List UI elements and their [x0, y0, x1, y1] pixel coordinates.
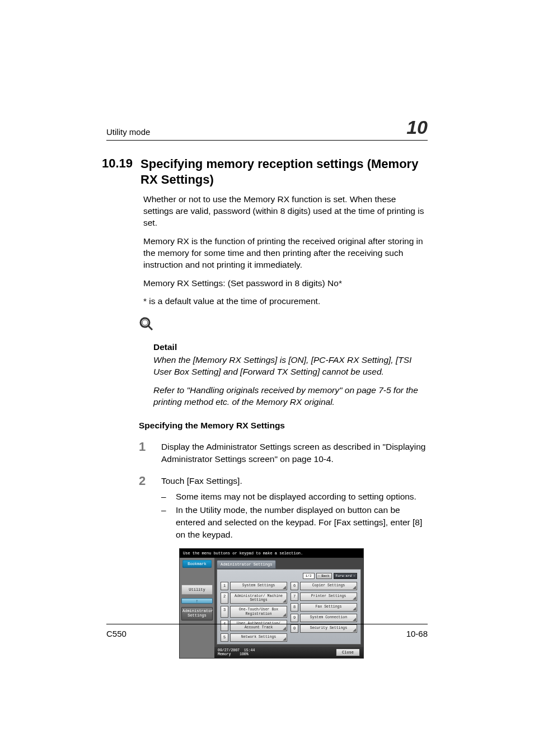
arrow-right-icon: →: [353, 574, 355, 578]
body-paragraph: * is a default value at the time of proc…: [143, 296, 428, 307]
close-button[interactable]: Close: [336, 648, 360, 656]
menu-copier-settings[interactable]: Copier Settings: [300, 582, 357, 590]
detail-text: When the [Memory RX Settings] is [ON], […: [153, 354, 428, 378]
menu-number: 3: [221, 606, 228, 617]
magnifier-icon: [139, 316, 428, 334]
forward-button[interactable]: Forw-ard→: [334, 573, 357, 579]
svg-line-2: [148, 326, 152, 330]
chevron-up-icon: ↑: [181, 598, 213, 604]
running-head: Utility mode: [106, 127, 150, 137]
menu-number: 7: [291, 592, 298, 601]
menu-fax-settings[interactable]: Fax Settings: [300, 603, 357, 612]
detail-text: Refer to "Handling originals received by…: [153, 385, 428, 408]
sidebar-item-utility[interactable]: Utility: [181, 585, 213, 595]
list-item: In the Utility mode, the number displaye…: [176, 504, 428, 540]
menu-number: 8: [291, 603, 298, 612]
list-dash: –: [161, 504, 167, 540]
footer-model: C550: [106, 629, 127, 638]
chapter-number: 10: [406, 118, 428, 137]
menu-number: 6: [291, 582, 298, 590]
breadcrumb-tab: Administrator Settings: [217, 560, 276, 569]
menu-number: 2: [221, 592, 228, 604]
menu-system-connection[interactable]: System Connection: [300, 614, 357, 622]
device-screenshot: Use the menu buttons or keypad to make a…: [179, 548, 364, 659]
svg-point-0: [140, 318, 149, 327]
section-title: Specifying memory reception settings (Me…: [140, 156, 428, 187]
page-indicator: 1/2: [303, 573, 315, 579]
sidebar-item-label: Settings: [188, 613, 207, 618]
section-number: 10.19: [102, 156, 133, 187]
body-paragraph: Whether or not to use the Memory RX func…: [143, 194, 428, 229]
body-paragraph: Memory RX Settings: (Set password in 8 d…: [143, 278, 428, 290]
arrow-left-icon: ←: [318, 574, 321, 578]
device-sidebar: Bookmark Utility ↑ Administrator Setting…: [180, 558, 214, 658]
menu-onetouch-userbox[interactable]: One-Touch/User Box Registration: [230, 606, 287, 617]
back-button[interactable]: ←Back: [316, 573, 332, 579]
list-item: Some items may not be displayed accordin…: [176, 491, 416, 503]
step-text: Touch [Fax Settings].: [161, 475, 242, 487]
body-paragraph: Memory RX is the function of printing th…: [143, 236, 428, 271]
back-label: Back: [321, 574, 329, 578]
detail-label: Detail: [153, 342, 428, 352]
footer-page-number: 10-68: [406, 629, 428, 638]
menu-system-settings[interactable]: System Settings: [230, 582, 287, 590]
bookmark-tab[interactable]: Bookmark: [182, 560, 212, 568]
svg-point-1: [142, 320, 148, 325]
device-status: 09/27/2007 15:44 Memory 100%: [218, 648, 255, 656]
menu-number: 9: [291, 614, 298, 622]
menu-admin-machine[interactable]: Administrator/ Machine Settings: [230, 592, 287, 604]
step-number: 1: [139, 441, 149, 465]
forward-label: Forw-ard: [336, 574, 352, 578]
step-text: Display the Administrator Settings scree…: [161, 441, 428, 465]
list-dash: –: [161, 491, 167, 503]
sidebar-item-admin-settings[interactable]: Administrator Settings: [181, 607, 213, 620]
sub-heading: Specifying the Memory RX Settings: [139, 421, 428, 431]
device-instruction: Use the menu buttons or keypad to make a…: [180, 549, 363, 558]
menu-printer-settings[interactable]: Printer Settings: [300, 592, 357, 601]
menu-number: 1: [221, 582, 228, 590]
step-number: 2: [139, 475, 149, 487]
